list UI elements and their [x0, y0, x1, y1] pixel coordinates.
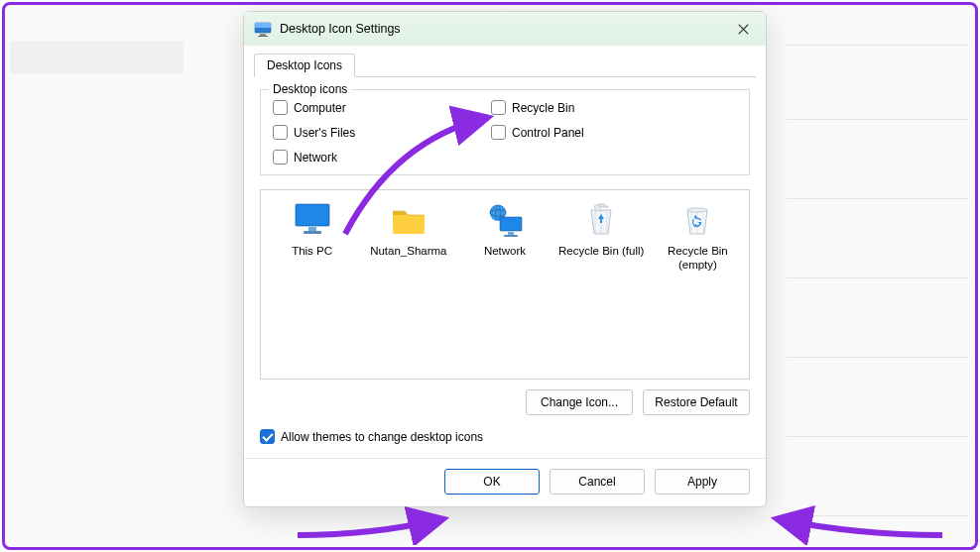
checkbox-label: Network	[294, 151, 337, 165]
recycle-bin-full-icon	[581, 202, 621, 238]
background-divider	[787, 357, 969, 358]
svg-rect-4	[296, 204, 329, 226]
cancel-button[interactable]: Cancel	[550, 469, 645, 495]
svg-point-14	[687, 208, 707, 212]
svg-rect-12	[504, 235, 518, 237]
checkbox-label: Recycle Bin	[512, 101, 574, 115]
dialog-title-icon	[254, 20, 272, 38]
desktop-icon-settings-dialog: Desktop Icon Settings Desktop Icons Desk…	[243, 11, 767, 507]
monitor-icon	[293, 202, 332, 238]
checkbox-allow-themes[interactable]: Allow themes to change desktop icons	[260, 429, 483, 444]
background-divider	[787, 198, 969, 199]
checkbox-computer[interactable]: Computer	[273, 100, 471, 115]
background-divider	[787, 119, 969, 120]
icon-buttons-row: Change Icon... Restore Default	[260, 389, 750, 415]
annotation-arrow-icon	[769, 505, 947, 545]
page-frame: Desktop Icon Settings Desktop Icons Desk…	[2, 2, 978, 550]
svg-rect-1	[255, 23, 271, 28]
checkbox-icon	[491, 125, 506, 140]
folder-icon	[389, 202, 429, 238]
preview-item-label: This PC	[292, 244, 332, 258]
ok-button[interactable]: OK	[444, 469, 540, 495]
checkbox-icon	[273, 125, 288, 140]
background-divider	[787, 436, 969, 437]
checkbox-recycle-bin[interactable]: Recycle Bin	[491, 100, 689, 115]
fieldset-legend: Desktop icons	[269, 82, 351, 96]
icon-preview-list: This PC Nutan_Sharma	[260, 189, 750, 380]
preview-item-recycle-bin-empty[interactable]: Recycle Bin (empty)	[653, 202, 743, 273]
preview-item-label: Nutan_Sharma	[370, 244, 446, 258]
recycle-bin-empty-icon	[677, 202, 717, 238]
svg-rect-10	[500, 217, 522, 231]
checkbox-icon	[273, 150, 288, 165]
svg-rect-7	[304, 231, 321, 234]
change-icon-button[interactable]: Change Icon...	[526, 389, 633, 415]
tab-desktop-icons[interactable]: Desktop Icons	[254, 54, 355, 77]
tab-body: Desktop icons Computer Recycle Bin User'…	[244, 77, 766, 454]
annotation-arrow-icon	[293, 505, 451, 545]
background-divider	[787, 277, 969, 278]
preview-item-label: Recycle Bin (full)	[558, 244, 644, 258]
background-divider	[787, 45, 969, 46]
close-icon	[738, 24, 749, 35]
preview-item-network[interactable]: Network	[459, 202, 550, 258]
svg-rect-2	[260, 34, 266, 36]
network-icon	[485, 202, 525, 238]
tab-strip: Desktop Icons	[254, 54, 756, 77]
checkbox-label: Allow themes to change desktop icons	[281, 430, 483, 444]
background-sidebar-item	[10, 41, 184, 74]
checkbox-network[interactable]: Network	[273, 150, 471, 165]
dialog-footer: OK Cancel Apply	[244, 458, 766, 506]
preview-item-user-folder[interactable]: Nutan_Sharma	[363, 202, 453, 258]
restore-default-button[interactable]: Restore Default	[643, 389, 750, 415]
dialog-title: Desktop Icon Settings	[280, 22, 721, 36]
checkbox-users-files[interactable]: User's Files	[273, 125, 471, 140]
checkbox-label: Computer	[294, 101, 346, 115]
titlebar: Desktop Icon Settings	[244, 12, 766, 46]
checkbox-control-panel[interactable]: Control Panel	[491, 125, 689, 140]
preview-item-label: Network	[484, 244, 526, 258]
checkbox-icon	[273, 100, 288, 115]
checkbox-label: User's Files	[294, 126, 355, 140]
checkbox-icon	[491, 100, 506, 115]
desktop-icons-fieldset: Desktop icons Computer Recycle Bin User'…	[260, 89, 750, 175]
preview-item-recycle-bin-full[interactable]: Recycle Bin (full)	[556, 202, 647, 258]
svg-rect-3	[258, 36, 268, 37]
preview-item-this-pc[interactable]: This PC	[267, 202, 357, 258]
checkbox-icon	[260, 429, 275, 444]
background-divider	[787, 515, 969, 516]
svg-rect-6	[308, 227, 316, 231]
checkbox-label: Control Panel	[512, 126, 584, 140]
svg-rect-11	[508, 232, 514, 235]
close-button[interactable]	[721, 12, 766, 46]
preview-item-label: Recycle Bin (empty)	[653, 244, 743, 273]
apply-button[interactable]: Apply	[655, 469, 750, 495]
